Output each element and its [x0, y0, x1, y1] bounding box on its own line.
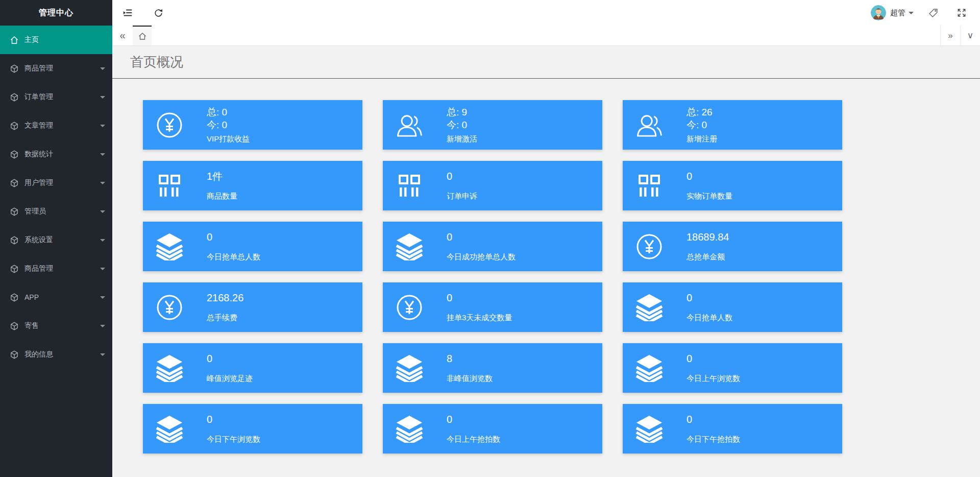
stat-label: 今日抢单人数	[687, 313, 732, 323]
cube-icon	[10, 207, 18, 216]
layers-icon	[634, 415, 665, 443]
stat-cards-grid: 总: 0今: 0VIP打款收益总: 9今: 0新增激活总: 26今: 0新增注册…	[143, 100, 980, 454]
stat-label: 今日下午抢拍数	[687, 435, 740, 444]
stat-card: 2168.26总手续费	[143, 282, 362, 332]
stat-label: 新增注册	[687, 134, 717, 144]
cube-icon	[10, 150, 18, 159]
user-menu[interactable]: 超管	[866, 0, 919, 26]
cube-icon	[10, 265, 18, 273]
refresh-icon[interactable]	[143, 0, 174, 26]
goods-icon	[634, 174, 665, 198]
chevron-down-icon	[100, 296, 105, 299]
top-header: 超管	[112, 0, 980, 26]
stat-value: 今: 0	[207, 118, 250, 131]
sidebar-item[interactable]: APP	[0, 283, 112, 312]
stat-label: 订单申诉	[447, 192, 477, 201]
goods-icon	[154, 174, 185, 198]
stat-label: 商品数量	[207, 192, 237, 201]
sidebar-item-label: 主页	[24, 35, 112, 44]
sidebar-item[interactable]: 管理员	[0, 197, 112, 226]
page-title-bar: 首页概况	[112, 46, 980, 79]
stat-value: 0	[207, 414, 260, 425]
sidebar-item[interactable]: 数据统计	[0, 140, 112, 169]
fullscreen-icon[interactable]	[947, 0, 976, 26]
sidebar-item-label: 管理员	[24, 207, 112, 216]
stat-value: 0	[207, 353, 253, 364]
main-content: 首页概况 总: 0今: 0VIP打款收益总: 9今: 0新增激活总: 26今: …	[112, 46, 980, 477]
sidebar-item[interactable]: 系统设置	[0, 226, 112, 254]
stat-value: 8	[447, 353, 493, 364]
sidebar-item[interactable]: 商品管理	[0, 254, 112, 283]
avatar	[871, 5, 886, 20]
user-name: 超管	[890, 8, 905, 18]
stat-label: 非峰值浏览数	[447, 374, 493, 384]
tag-icon[interactable]	[919, 0, 947, 26]
chevron-down-icon	[100, 325, 105, 327]
sidebar-item-label: 寄售	[24, 321, 112, 330]
sidebar-item[interactable]: 寄售	[0, 312, 112, 340]
chevron-down-icon	[909, 12, 914, 14]
stat-card: 0今日抢单人数	[623, 282, 842, 332]
chevron-down-icon	[100, 268, 105, 270]
sidebar-item[interactable]: 订单管理	[0, 83, 112, 111]
chevron-down-icon	[100, 96, 105, 99]
stat-card: 0今日成功抢单总人数	[383, 222, 602, 271]
stat-card: 0峰值浏览足迹	[143, 343, 362, 393]
stat-value: 总: 9	[447, 106, 477, 118]
layers-icon	[634, 354, 665, 382]
stat-card: 总: 0今: 0VIP打款收益	[143, 100, 362, 150]
layers-icon	[394, 354, 425, 382]
stat-card: 总: 9今: 0新增激活	[383, 100, 602, 150]
goods-icon	[394, 174, 425, 198]
layers-icon	[394, 232, 425, 260]
cube-icon	[10, 93, 18, 102]
stat-card: 0订单申诉	[383, 161, 602, 210]
tab-scroll-right-icon[interactable]: »	[940, 26, 960, 45]
tab-bar: « » ∨	[112, 26, 980, 46]
stat-value: 1件	[207, 171, 237, 182]
sidebar-item-label: 数据统计	[24, 150, 112, 159]
yen-circle-icon	[634, 233, 665, 260]
yen-circle-icon	[154, 112, 185, 138]
stat-label: 今日成功抢单总人数	[447, 252, 516, 262]
stat-value: 0	[207, 231, 260, 243]
stat-label: 挂单3天未成交数量	[447, 313, 512, 323]
stat-label: 新增激活	[447, 134, 477, 144]
cube-icon	[10, 64, 18, 73]
stat-label: VIP打款收益	[207, 134, 250, 144]
menu-collapse-icon[interactable]	[112, 0, 143, 26]
sidebar-item-label: 系统设置	[24, 235, 112, 245]
layers-icon	[634, 293, 665, 321]
sidebar-item[interactable]: 文章管理	[0, 111, 112, 140]
sidebar-item[interactable]: 商品管理	[0, 54, 112, 83]
layers-icon	[154, 415, 185, 443]
sidebar-item-home[interactable]: 主页	[0, 26, 112, 54]
stat-value: 今: 0	[687, 118, 717, 131]
sidebar-item[interactable]: 我的信息	[0, 340, 112, 369]
app-title: 管理中心	[0, 0, 112, 26]
cube-icon	[10, 293, 18, 302]
stat-value: 今: 0	[447, 118, 477, 131]
users-icon	[394, 112, 425, 138]
stat-value: 0	[447, 414, 500, 425]
sidebar-item-label: 商品管理	[24, 64, 112, 73]
home-icon	[138, 32, 147, 41]
sidebar-item-label: APP	[24, 293, 112, 301]
stat-value: 总: 26	[687, 106, 717, 118]
layers-icon	[394, 415, 425, 443]
tab-scroll-left-icon[interactable]: «	[112, 26, 133, 45]
chevron-down-icon	[100, 353, 105, 356]
cube-icon	[10, 179, 18, 187]
stat-label: 峰值浏览足迹	[207, 374, 253, 384]
sidebar-item[interactable]: 用户管理	[0, 169, 112, 197]
stat-card: 0今日下午抢拍数	[623, 404, 842, 454]
cube-icon	[10, 322, 18, 330]
stat-card: 0今日上午抢拍数	[383, 404, 602, 454]
tab-collapse-icon[interactable]: ∨	[960, 26, 980, 45]
tab-home[interactable]	[133, 26, 152, 45]
stat-card: 0挂单3天未成交数量	[383, 282, 602, 332]
stat-value: 0	[687, 414, 740, 425]
stat-value: 0	[447, 292, 512, 303]
stat-value: 0	[447, 231, 516, 243]
stat-card: 0实物订单数量	[623, 161, 842, 210]
